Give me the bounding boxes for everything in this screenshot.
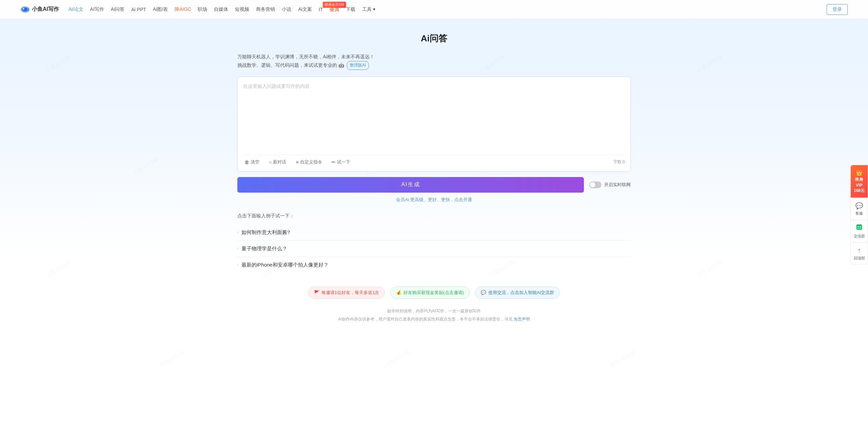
arrow-icon-2: › — [237, 246, 239, 251]
side-top-button[interactable]: ↑ 回顶部 — [850, 242, 868, 265]
nav-item-ppt[interactable]: Ai PPT — [129, 5, 149, 14]
arrow-icon-3: › — [237, 262, 239, 267]
vip-badge: 终身会员168 — [323, 2, 346, 8]
pen-icon: ✏ — [332, 159, 336, 165]
navbar-right: 登录 — [827, 4, 848, 15]
new-chat-label: 新对话 — [273, 159, 286, 165]
login-button[interactable]: 登录 — [827, 4, 848, 15]
watermark-item: 小鱼AI写作 — [43, 53, 74, 75]
side-buttons: 👑 终身VIP168元 💬 客服 交流群 ↑ 回顶部 — [850, 164, 868, 265]
input-toolbar: 🗑 清空 ○ 新对话 ≡ 自定义指令 ✏ 试一下 字数:0 — [243, 155, 625, 166]
banner-group-icon: 💬 — [481, 290, 486, 295]
toggle-switch[interactable] — [589, 181, 601, 188]
example-text-3: 最新的iPhone和安卓哪个拍人像更好？ — [241, 262, 329, 268]
example-item-1[interactable]: › 如何制作意大利面酱? — [237, 225, 631, 241]
bottom-banners: 🚩 每邀请1位好友，每天多送1次 💰 好友购买获现金奖励(点击邀请) 💬 使用交… — [237, 287, 631, 299]
watermark-item: 小鱼AI写作 — [130, 155, 160, 177]
banner-group[interactable]: 💬 使用交流，点击加入智能AI交流群 — [475, 287, 560, 299]
example-item-3[interactable]: › 最新的iPhone和安卓哪个拍人像更好？ — [237, 257, 631, 273]
navbar-left: 小鱼AI写作 Aii论文 AI写作 Ai问答 Ai PPT Ai图/表 降AIG… — [20, 5, 378, 14]
crown-icon: 👑 — [853, 169, 866, 176]
realtime-toggle[interactable]: 开启实时联网 — [589, 181, 631, 188]
watermark-item: 小鱼AI写作 — [382, 348, 412, 370]
custom-command-button[interactable]: ≡ 自定义指令 — [294, 158, 323, 166]
input-box: 🗑 清空 ○ 新对话 ≡ 自定义指令 ✏ 试一下 字数:0 — [237, 77, 631, 172]
nav-item-zimeiti[interactable]: 自媒体 — [211, 5, 231, 13]
svg-point-2 — [23, 8, 24, 9]
service-label: 客服 — [855, 211, 863, 215]
subtitle-line2: 挑战数学、逻辑、写代码问题，来试试更专业的 🤖 数理版AI — [237, 61, 631, 70]
pro-badge[interactable]: 数理版AI — [347, 61, 369, 70]
banner-invite[interactable]: 🚩 每邀请1位好友，每天多送1次 — [308, 287, 385, 299]
nav-item-xiaoshuo[interactable]: 小说 — [279, 5, 294, 13]
banner-reward[interactable]: 💰 好友购买获现金奖励(点击邀请) — [390, 287, 470, 299]
try-button[interactable]: ✏ 试一下 — [330, 158, 352, 166]
disclaimer-link[interactable]: 免责声明 — [514, 317, 530, 321]
example-text-1: 如何制作意大利面酱? — [241, 229, 290, 236]
nav-item-wenanan[interactable]: Ai文案 — [295, 5, 314, 13]
banner-group-text: 使用交流，点击加入智能AI交流群 — [488, 290, 554, 296]
new-chat-button[interactable]: ○ 新对话 — [268, 158, 288, 166]
watermark-item: 小鱼AI写作 — [608, 348, 638, 370]
examples-label: 点击下面输入例子试一下： — [237, 213, 631, 219]
service-icon: 💬 — [853, 202, 866, 210]
footer-line2: AI创作内容仅供参考，用户需对自己发表内容的真实性和观点负责，本平台不承担法律责… — [237, 315, 631, 323]
navbar: 小鱼AI写作 Aii论文 AI写作 Ai问答 Ai PPT Ai图/表 降AIG… — [0, 0, 868, 19]
nav-item-yingxiao[interactable]: 商务营销 — [253, 5, 278, 13]
vip-hint: 会员Ai:更高级、更好、更快，点击开通 — [237, 197, 631, 203]
command-icon: ≡ — [296, 159, 298, 165]
nav-item-xiezuo[interactable]: AI写作 — [87, 5, 107, 13]
page-title: Ai问答 — [237, 33, 631, 44]
input-toolbar-left: 🗑 清空 ○ 新对话 ≡ 自定义指令 ✏ 试一下 — [243, 158, 352, 166]
main-input[interactable] — [243, 82, 625, 150]
new-chat-icon: ○ — [269, 159, 272, 165]
watermark-item: 小鱼AI写作 — [694, 258, 725, 280]
banner-invite-icon: 🚩 — [314, 290, 319, 295]
svg-point-5 — [860, 226, 861, 228]
nav-item-tuzhi[interactable]: Ai图/表 — [150, 5, 171, 13]
main-content: Ai问答 万能聊天机器人，学识渊博，无所不晓，Ai相伴，未来不再遥远！ 挑战数学… — [231, 19, 637, 344]
watermark-item: 小鱼AI写作 — [43, 258, 74, 280]
subtitle: 万能聊天机器人，学识渊博，无所不晓，Ai相伴，未来不再遥远！ 挑战数学、逻辑、写… — [237, 53, 631, 70]
vip-hint-link[interactable]: 会员Ai:更高级、更好、更快，点击开通 — [396, 197, 472, 202]
nav-item-wenda[interactable]: Ai问答 — [108, 5, 127, 13]
example-text-2: 量子物理学是什么？ — [241, 246, 287, 252]
trash-icon: 🗑 — [244, 159, 249, 165]
custom-command-label: 自定义指令 — [300, 159, 322, 165]
logo[interactable]: 小鱼AI写作 — [20, 5, 59, 14]
logo-icon — [20, 5, 30, 14]
nav-links: Aii论文 AI写作 Ai问答 Ai PPT Ai图/表 降AIGC 职场 自媒… — [66, 5, 378, 14]
nav-item-zhichang[interactable]: 职场 — [195, 5, 210, 13]
top-label: 回顶部 — [854, 256, 865, 260]
side-vip-button[interactable]: 👑 终身VIP168元 — [850, 164, 868, 198]
clear-label: 清空 — [251, 159, 259, 165]
nav-item-aigc[interactable]: 降AIGC — [172, 5, 194, 13]
top-icon: ↑ — [853, 246, 866, 255]
subtitle-line2-prefix: 挑战数学、逻辑、写代码问题，来试试更专业的 🤖 — [237, 61, 344, 70]
vip-side-text: 终身VIP168元 — [854, 177, 865, 193]
banner-reward-text: 好友购买获现金奖励(点击邀请) — [403, 290, 464, 296]
banner-reward-icon: 💰 — [396, 290, 401, 295]
watermark-item: 小鱼AI写作 — [156, 348, 186, 370]
nav-item-lunwen[interactable]: Aii论文 — [66, 5, 86, 13]
footer-line1: 如非特别说明，内容均为AI写作，一次一篇原创写作 — [237, 307, 631, 315]
svg-point-4 — [857, 226, 859, 228]
arrow-icon-1: › — [237, 230, 239, 235]
try-label: 试一下 — [337, 159, 350, 165]
example-item-2[interactable]: › 量子物理学是什么？ — [237, 241, 631, 257]
generate-section: AI生成 开启实时联网 — [237, 177, 631, 193]
watermark-item: 小鱼AI写作 — [694, 53, 725, 75]
examples-list: › 如何制作意大利面酱? › 量子物理学是什么？ › 最新的iPhone和安卓哪… — [237, 225, 631, 273]
nav-item-shipinv[interactable]: 短视频 — [232, 5, 252, 13]
banner-invite-text: 每邀请1位好友，每天多送1次 — [321, 290, 379, 296]
logo-text: 小鱼AI写作 — [32, 6, 59, 13]
group-label: 交流群 — [854, 234, 865, 238]
char-count: 字数:0 — [613, 159, 625, 165]
generate-button[interactable]: AI生成 — [237, 177, 584, 193]
toggle-knob — [590, 182, 595, 188]
clear-button[interactable]: 🗑 清空 — [243, 158, 261, 166]
side-service-button[interactable]: 💬 客服 — [850, 198, 868, 220]
side-group-button[interactable]: 交流群 — [850, 220, 868, 243]
subtitle-line1: 万能聊天机器人，学识渊博，无所不晓，Ai相伴，未来不再遥远！ — [237, 53, 631, 61]
nav-item-tools[interactable]: 工具 ▾ — [359, 5, 378, 14]
